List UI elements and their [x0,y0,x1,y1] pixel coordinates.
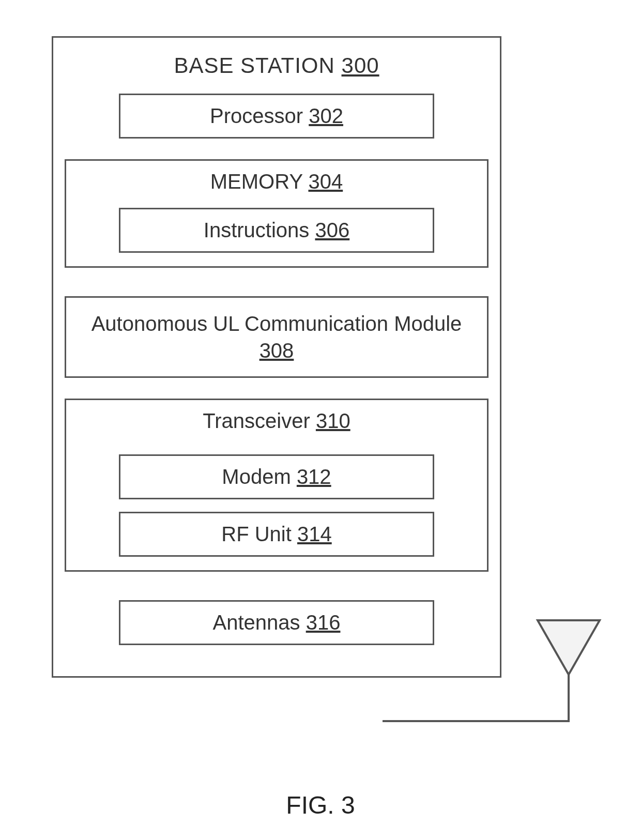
diagram-page: BASE STATION 300 Processor 302 MEMORY 30… [0,0,641,840]
antenna-icon [0,0,641,840]
figure-caption: FIG. 3 [0,791,641,819]
